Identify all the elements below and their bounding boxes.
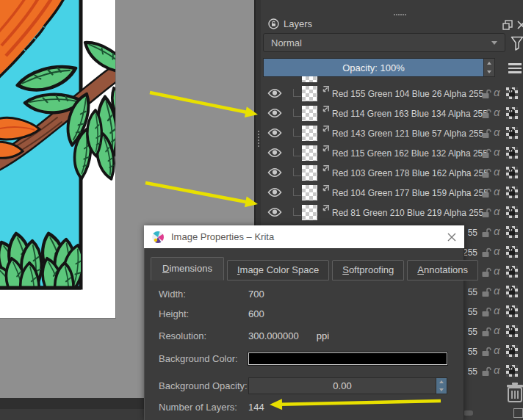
inherit-alpha-icon[interactable]: α — [494, 344, 500, 356]
layer-lock-icon[interactable] — [481, 109, 491, 119]
spin-down-icon[interactable] — [484, 68, 494, 76]
inherit-alpha-icon[interactable]: α — [494, 245, 500, 257]
background-opacity-spinbox[interactable]: 0.00 — [248, 377, 447, 394]
layer-thumbnail[interactable] — [302, 165, 317, 181]
layer-lock-icon[interactable] — [481, 327, 491, 337]
layer-lock-icon[interactable] — [481, 188, 491, 198]
layer-lock-icon[interactable] — [481, 168, 491, 178]
layer-lock-icon[interactable] — [481, 208, 491, 218]
opacity-spinner[interactable] — [483, 59, 494, 76]
spin-up-icon[interactable] — [484, 59, 494, 68]
opacity-slider[interactable]: Opacity: 100% — [263, 58, 495, 77]
inherit-alpha-icon[interactable]: α — [494, 284, 500, 297]
inherit-alpha-icon[interactable]: α — [494, 363, 500, 376]
inherit-alpha-icon[interactable]: α — [494, 145, 500, 158]
layer-lock-icon[interactable] — [481, 148, 491, 159]
scrollbar-thumb[interactable] — [464, 410, 473, 416]
splitter-handle-icon[interactable] — [258, 131, 259, 132]
clipped-layer-thumbnail[interactable] — [302, 76, 317, 82]
panel-title: Layers — [284, 18, 312, 29]
layer-thumbnail[interactable] — [302, 145, 317, 161]
layer-thumbnail[interactable] — [302, 106, 317, 121]
inherit-alpha-icon[interactable]: α — [494, 324, 500, 336]
alpha-lock-icon[interactable] — [506, 286, 518, 297]
visibility-eye-icon[interactable] — [267, 187, 282, 198]
visibility-eye-icon[interactable] — [267, 148, 282, 158]
indent-bracket-icon — [293, 188, 301, 196]
alpha-lock-icon[interactable] — [506, 127, 518, 139]
filter-funnel-icon[interactable] — [511, 36, 523, 51]
layer-thumbnail[interactable] — [302, 205, 317, 220]
layer-lock-icon[interactable] — [481, 347, 491, 357]
layer-thumbnail[interactable] — [302, 126, 317, 141]
alpha-lock-icon[interactable] — [506, 107, 518, 119]
delete-layer-icon[interactable] — [505, 382, 523, 403]
panel-menu-icon[interactable] — [508, 63, 522, 76]
canvas-viewport[interactable] — [0, 0, 116, 319]
docker-lock-icon[interactable] — [268, 18, 279, 29]
inherit-alpha-icon[interactable]: α — [494, 264, 500, 277]
alpha-lock-icon[interactable] — [506, 147, 518, 159]
alpha-lock-icon[interactable] — [506, 325, 518, 337]
alpha-lock-icon[interactable] — [506, 206, 518, 218]
layer-row[interactable]: Red 115 Green 162 Blue 132 Alpha 255 α — [261, 143, 523, 163]
tab-softproofing[interactable]: Softproofing — [332, 260, 404, 280]
layer-lock-icon[interactable] — [481, 89, 491, 99]
alpha-lock-icon[interactable] — [506, 226, 518, 238]
background-color-swatch[interactable] — [248, 352, 447, 365]
visibility-eye-icon[interactable] — [267, 207, 282, 217]
layer-lock-icon[interactable] — [481, 247, 491, 258]
spin-up-icon[interactable] — [436, 378, 447, 386]
layer-lock-icon[interactable] — [481, 228, 491, 238]
visibility-eye-icon[interactable] — [267, 108, 282, 118]
layer-row[interactable]: Red 114 Green 163 Blue 134 Alpha 255 α — [261, 104, 523, 123]
visibility-eye-icon[interactable] — [267, 88, 282, 98]
inherit-alpha-icon[interactable]: α — [494, 205, 500, 217]
background-opacity-spinner[interactable] — [436, 378, 447, 394]
image-properties-dialog: Image Properties – Krita DimensionsImage… — [144, 225, 464, 420]
inherit-alpha-icon[interactable]: α — [494, 126, 500, 138]
resolution-label: Resolution: — [159, 330, 206, 341]
alpha-lock-icon[interactable] — [506, 87, 518, 99]
blend-mode-value: Normal — [271, 37, 302, 48]
inherit-alpha-icon[interactable]: α — [494, 165, 500, 178]
width-label: Width: — [159, 289, 186, 300]
tab-image-color-space[interactable]: Image Color Space — [227, 260, 329, 280]
docker-corner-button[interactable] — [513, 408, 523, 418]
layer-lock-icon[interactable] — [481, 287, 491, 297]
blend-mode-dropdown[interactable]: Normal — [263, 33, 505, 52]
float-docker-icon[interactable] — [502, 20, 513, 30]
alpha-lock-icon[interactable] — [506, 266, 518, 278]
layer-row[interactable]: Red 143 Green 121 Blue 57 Alpha 255 α — [261, 123, 523, 143]
dialog-titlebar[interactable]: Image Properties – Krita — [144, 225, 464, 248]
inherit-alpha-icon[interactable]: α — [494, 106, 500, 118]
inherit-alpha-icon[interactable]: α — [494, 185, 500, 198]
tab-annotations[interactable]: Annotations — [407, 260, 478, 280]
alpha-lock-icon[interactable] — [506, 167, 518, 178]
dialog-close-icon[interactable] — [447, 232, 457, 242]
layer-thumbnail[interactable] — [302, 185, 317, 200]
inherit-alpha-icon[interactable]: α — [494, 225, 500, 237]
visibility-eye-icon[interactable] — [267, 128, 282, 138]
docker-drag-handle-icon[interactable] — [394, 14, 395, 15]
layer-thumbnail[interactable] — [302, 86, 317, 101]
layer-lock-icon[interactable] — [481, 267, 491, 278]
tab-dimensions[interactable]: Dimensions — [151, 257, 224, 280]
inherit-alpha-icon[interactable]: α — [494, 304, 500, 316]
alpha-lock-icon[interactable] — [506, 365, 518, 377]
visibility-eye-icon[interactable] — [267, 167, 282, 178]
close-docker-icon[interactable] — [516, 20, 523, 30]
alpha-lock-icon[interactable] — [506, 345, 518, 357]
alpha-lock-icon[interactable] — [506, 187, 518, 198]
alpha-lock-icon[interactable] — [506, 246, 518, 258]
layer-lock-icon[interactable] — [481, 128, 491, 139]
layer-row[interactable]: Red 103 Green 178 Blue 162 Alpha 255 α — [261, 163, 523, 183]
layer-row[interactable]: Red 104 Green 177 Blue 159 Alpha 255 α — [261, 183, 523, 203]
inherit-alpha-icon[interactable]: α — [494, 86, 500, 98]
layer-lock-icon[interactable] — [481, 307, 491, 317]
layer-row[interactable]: Red 81 Green 210 Blue 219 Alpha 255 α — [261, 203, 523, 222]
alpha-lock-icon[interactable] — [506, 305, 518, 317]
spin-down-icon[interactable] — [436, 386, 447, 394]
layer-row[interactable]: Red 155 Green 104 Blue 26 Alpha 255 α — [261, 84, 523, 104]
layer-lock-icon[interactable] — [481, 366, 491, 377]
